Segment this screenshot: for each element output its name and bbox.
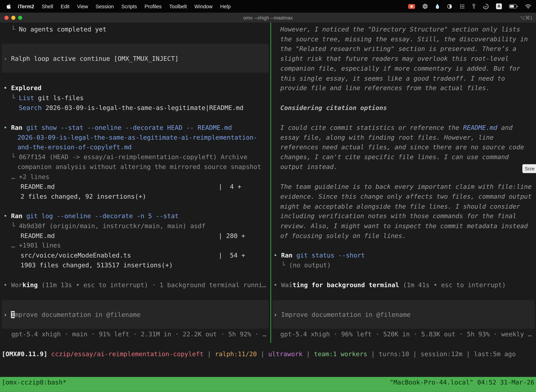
terminal-line: slight risk that future readers may over… [280, 54, 509, 63]
terminal-line: essay file, along with finding root file… [280, 132, 494, 142]
gauge-label: 61 [484, 5, 487, 8]
menu-items: iTerm2ShellEditViewSessionScriptsProfile… [14, 3, 234, 9]
traffic-lights [5, 15, 22, 19]
terminal-line: changes, I can't cite specific file line… [280, 152, 509, 162]
terminal-line: references need actual files, and since … [280, 142, 524, 152]
tmux-host-time-label: "MacBook-Pro-44.local" 04:52 31-Mar-26 [390, 379, 534, 392]
menu-item-view[interactable]: View [73, 3, 92, 9]
globe-icon[interactable] [422, 3, 428, 9]
menu-item-window[interactable]: Window [191, 3, 216, 9]
omx-status-line: [OMX#0.11.9] cczip/essay/ai-reimplementa… [2, 349, 516, 359]
terminal-line: src/voice/voiceModeEnabled.ts | 54 + [21, 250, 245, 260]
terminal-line: I could cite commit statistics or refere… [280, 123, 513, 132]
menu-item-iterm2[interactable]: iTerm2 [14, 3, 38, 9]
screen: iTerm2ShellEditViewSessionScriptsProfile… [0, 0, 536, 392]
input-source-icon[interactable]: A [496, 3, 502, 9]
terminal-line: might be acceptable alongside the file l… [280, 201, 520, 211]
terminal-line: However, I noticed the "Directory Struct… [280, 24, 520, 34]
terminal-line: evidence. Since this change only affects… [280, 191, 531, 201]
menu-item-scripts[interactable]: Scripts [118, 3, 141, 9]
apple-icon [6, 3, 11, 9]
menu-bar-status-icons: 61 A [408, 3, 536, 9]
ralph-banner: › Ralph loop active continue [OMX_TMUX_I… [3, 54, 178, 63]
battery-icon[interactable] [509, 4, 518, 9]
terminal-line: of focusing solely on file lines. [280, 231, 406, 241]
menu-item-session[interactable]: Session [92, 3, 118, 9]
terminal-line: the "Related research writing" section i… [280, 44, 516, 54]
zoom-button[interactable] [18, 15, 22, 19]
color-drop-icon[interactable] [435, 3, 440, 9]
tmux-session-label: [omx-cczip0:bash* [2, 379, 67, 392]
menu-item-edit[interactable]: Edit [57, 3, 73, 9]
window-title: omx --xhigh --madmax [0, 15, 536, 20]
terminal-line: Search 2026-03-09-is-legal-the-same-as-l… [19, 103, 243, 112]
terminal: └ No agents completed yet› Ralph loop ac… [0, 23, 536, 377]
terminal-line: this single essay, it seems like a good … [280, 73, 505, 83]
left-model-status: gpt-5.4 xhigh · main · 91% left · 2.31M … [11, 329, 266, 339]
right-pane: However, I noticed the "Directory Struct… [271, 23, 536, 377]
terminal-line: └ List git ls-files [11, 93, 84, 103]
terminal-line: The team guideline is to back every impo… [280, 182, 531, 191]
battery-gauge-icon[interactable]: 61 [483, 3, 489, 9]
menu-item-toolbelt[interactable]: Toolbelt [165, 3, 191, 9]
terminal-line: … +1901 lines [11, 240, 61, 250]
screen-recording-indicator-icon[interactable] [408, 4, 415, 9]
terminal-line: └ 4b9d30f (origin/main, instructkr/main,… [11, 221, 206, 231]
apple-menu[interactable] [0, 3, 14, 9]
terminal-line: • Ran git log --oneline --decorate -n 5 … [3, 211, 178, 221]
theme-toggle-icon[interactable] [447, 4, 452, 9]
terminal-line: README.md | 4 + [21, 182, 241, 191]
terminal-line: companion analysis without altering the … [17, 162, 261, 172]
terminal-line: └ (no output) [281, 260, 331, 270]
left-prompt-text: › Improve documentation in @filename [3, 310, 140, 319]
terminal-line: … +2 lines [11, 172, 49, 182]
menu-item-shell[interactable]: Shell [38, 3, 57, 9]
close-button[interactable] [5, 15, 9, 19]
terminal-line: 2026-03-09-is-legal-the-same-as-legitima… [17, 132, 257, 142]
terminal-line: └ 067f154 (HEAD -> essay/ai-reimplementa… [11, 152, 247, 162]
terminal-line: the source tree, missing the essay. Stil… [280, 34, 528, 44]
terminal-line: README.md | 280 + [21, 231, 245, 241]
thinking-heading: Considering citation options [280, 103, 387, 112]
minimize-button[interactable] [11, 15, 15, 19]
terminal-line: review. Also, I might want to inspect th… [280, 221, 528, 231]
terminal-line: provide file and line references from th… [280, 83, 490, 93]
key-icon[interactable] [472, 3, 475, 9]
right-prompt-text: › Improve documentation in @filename [273, 310, 411, 319]
terminal-line: 1903 files changed, 513517 insertions(+) [21, 260, 173, 270]
working-status-line: • Working (11m 13s • esc to interrupt) ·… [3, 280, 266, 290]
terminal-line: companion file, especially if more comme… [280, 64, 520, 73]
terminal-line: 2 files changed, 92 insertions(+) [21, 191, 146, 201]
menu-bar: iTerm2ShellEditViewSessionScriptsProfile… [0, 0, 536, 13]
terminal-line: • Explored [3, 83, 42, 93]
terminal-line: • Ran git status --short [273, 250, 365, 260]
wifi-icon[interactable] [525, 4, 531, 9]
terminal-line: └ No agents completed yet [11, 24, 106, 34]
screen-overlay-button[interactable]: Scre [522, 164, 536, 173]
window-shortcut-hint: ⌥⌘1 [520, 15, 533, 20]
terminal-line: and-the-erosion-of-copyleft.md [17, 142, 132, 152]
right-model-status: gpt-5.4 xhigh · 96% left · 520K in · 5.8… [280, 329, 531, 339]
terminal-line: output instead. [280, 162, 337, 172]
left-pane: └ No agents completed yet› Ralph loop ac… [0, 23, 270, 377]
title-bar[interactable]: omx --xhigh --madmax ⌥⌘1 [0, 13, 536, 23]
menu-item-profiles[interactable]: Profiles [141, 3, 165, 9]
waiting-status-line: • Waiting for background terminal (1m 41… [273, 280, 506, 290]
app-grid-icon[interactable] [459, 4, 465, 9]
tmux-status-bar: [omx-cczip0:bash* "MacBook-Pro-44.local"… [0, 377, 536, 392]
terminal-line: • Ran git show --stat --oneline --decora… [3, 123, 232, 132]
terminal-line: including verification notes with those … [280, 211, 516, 221]
menu-item-help[interactable]: Help [216, 3, 234, 9]
